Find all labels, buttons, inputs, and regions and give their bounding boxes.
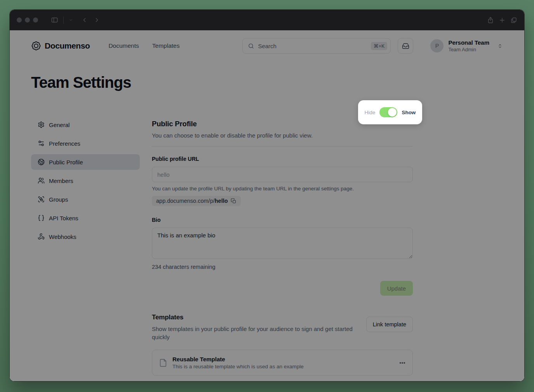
globe-icon	[38, 159, 45, 166]
section-description: You can choose to enable or disable the …	[152, 132, 313, 139]
toggle-spotlight: Hide Show	[358, 100, 422, 124]
avatar: P	[430, 39, 444, 52]
toggle-show-label: Show	[402, 110, 416, 115]
titlebar	[10, 10, 524, 30]
sidebar-item-label: Public Profile	[49, 159, 83, 166]
search-icon	[248, 43, 254, 49]
share-icon[interactable]	[487, 17, 494, 24]
zoom-window-icon[interactable]	[33, 17, 38, 23]
titlebar-divider	[63, 17, 64, 24]
bio-field-label: Bio	[152, 217, 413, 223]
forward-icon[interactable]	[94, 17, 100, 23]
characters-remaining: 234 characters remaining	[152, 264, 413, 270]
templates-description: Show templates in your public profile fo…	[152, 325, 358, 341]
ellipsis-menu-icon[interactable]	[399, 359, 406, 366]
gear-icon	[38, 121, 45, 128]
inbox-icon	[402, 42, 409, 50]
brand[interactable]: Documenso	[31, 41, 90, 51]
new-tab-icon[interactable]	[499, 17, 506, 24]
url-prefix: app.documenso.com/p/	[156, 198, 215, 204]
sidebar-item-general[interactable]: General	[31, 117, 140, 132]
toggle-hide-label: Hide	[365, 110, 376, 115]
sliders-icon	[38, 140, 45, 147]
public-profile-panel: Public Profile You can choose to enable …	[152, 117, 413, 376]
profile-url-input[interactable]	[152, 167, 413, 182]
sidebar-toggle-icon[interactable]	[51, 16, 58, 24]
main-nav: Documents Templates	[108, 42, 179, 49]
traffic-lights[interactable]	[17, 17, 38, 23]
section-divider	[152, 146, 413, 146]
browser-window: Documenso Documents Templates ⌘+K P	[10, 10, 524, 381]
toggle-knob	[388, 108, 397, 117]
documenso-logo-icon	[31, 41, 41, 51]
section-title-public-profile: Public Profile	[152, 120, 313, 128]
template-subtitle: This is a reusable template which is use…	[172, 364, 304, 369]
sidebar-item-label: API Tokens	[49, 215, 78, 221]
url-field-label: Public profile URL	[152, 156, 413, 162]
sidebar-item-label: General	[49, 122, 70, 128]
chevron-down-icon[interactable]	[69, 18, 73, 22]
profile-url-preview: app.documenso.com/p/hello	[152, 196, 241, 206]
sidebar-item-webhooks[interactable]: Webhooks	[31, 229, 140, 244]
group-icon	[38, 196, 45, 203]
app-header: Documenso Documents Templates ⌘+K P	[31, 30, 503, 55]
back-icon[interactable]	[81, 17, 88, 23]
page-title: Team Settings	[31, 74, 503, 91]
sidebar-item-label: Webhooks	[49, 233, 77, 240]
minimize-window-icon[interactable]	[25, 17, 30, 23]
sidebar-item-label: Groups	[49, 196, 68, 203]
team-selector[interactable]: P Personal Team Team Admin	[430, 39, 503, 52]
template-title: Reusable Template	[172, 356, 304, 362]
link-template-button[interactable]: Link template	[366, 317, 413, 332]
sidebar-item-label: Preferences	[49, 140, 80, 147]
close-window-icon[interactable]	[17, 17, 22, 23]
braces-icon	[38, 214, 45, 221]
search-shortcut: ⌘+K	[371, 42, 387, 50]
brand-name: Documenso	[45, 41, 90, 51]
settings-sidebar: General Preferences Public Profile	[31, 117, 140, 376]
url-help-text: You can update the profile URL by updati…	[152, 186, 413, 192]
inbox-button[interactable]	[398, 38, 413, 54]
sidebar-item-label: Members	[49, 178, 73, 184]
page-content: Documenso Documents Templates ⌘+K P	[10, 30, 524, 381]
profile-visibility-toggle[interactable]	[379, 107, 397, 117]
sidebar-item-groups[interactable]: Groups	[31, 192, 140, 207]
search-box[interactable]: ⌘+K	[242, 38, 391, 54]
chevrons-up-down-icon	[497, 43, 503, 49]
sidebar-item-api-tokens[interactable]: API Tokens	[31, 210, 140, 226]
webhook-icon	[38, 233, 45, 240]
file-icon	[159, 359, 167, 367]
nav-documents[interactable]: Documents	[108, 42, 139, 49]
template-list-item[interactable]: Reusable Template This is a reusable tem…	[152, 350, 413, 376]
url-slug: hello	[215, 198, 228, 204]
team-name: Personal Team	[448, 39, 489, 47]
copy-icon[interactable]	[231, 198, 237, 204]
update-button[interactable]: Update	[380, 281, 413, 296]
team-role: Team Admin	[448, 47, 489, 52]
sidebar-item-public-profile[interactable]: Public Profile	[31, 154, 140, 170]
search-input[interactable]	[258, 43, 371, 49]
section-title-templates: Templates	[152, 314, 358, 321]
tab-overview-icon[interactable]	[510, 17, 517, 24]
users-icon	[38, 177, 45, 184]
bio-textarea[interactable]: This is an example bio	[152, 228, 413, 259]
sidebar-item-preferences[interactable]: Preferences	[31, 136, 140, 151]
nav-templates[interactable]: Templates	[152, 42, 180, 49]
sidebar-item-members[interactable]: Members	[31, 173, 140, 188]
